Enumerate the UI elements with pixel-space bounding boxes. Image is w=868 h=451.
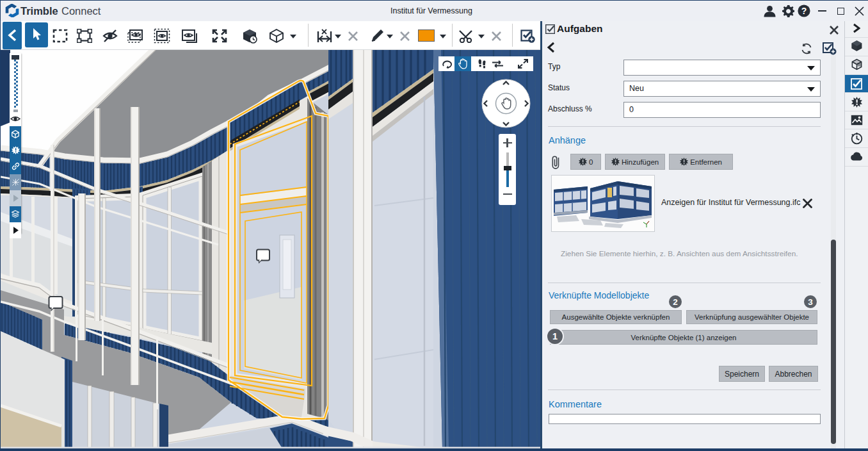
- svg-text:?: ?: [801, 6, 807, 16]
